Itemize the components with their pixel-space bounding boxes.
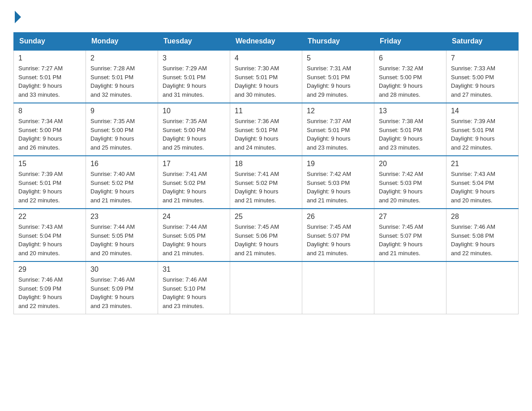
day-info: Sunrise: 7:32 AM Sunset: 5:00 PM Dayligh… — [379, 64, 442, 99]
calendar-cell — [302, 261, 374, 314]
calendar-cell: 26 Sunrise: 7:45 AM Sunset: 5:07 PM Dayl… — [302, 209, 374, 261]
calendar-cell: 29 Sunrise: 7:46 AM Sunset: 5:09 PM Dayl… — [14, 261, 86, 314]
calendar-cell: 3 Sunrise: 7:29 AM Sunset: 5:01 PM Dayli… — [158, 50, 230, 103]
logo — [13, 9, 21, 23]
day-info: Sunrise: 7:41 AM Sunset: 5:02 PM Dayligh… — [235, 170, 297, 205]
calendar-cell: 1 Sunrise: 7:27 AM Sunset: 5:01 PM Dayli… — [14, 50, 86, 103]
calendar-cell: 28 Sunrise: 7:46 AM Sunset: 5:08 PM Dayl… — [446, 209, 519, 261]
day-info: Sunrise: 7:29 AM Sunset: 5:01 PM Dayligh… — [163, 64, 225, 99]
week-row-3: 15 Sunrise: 7:39 AM Sunset: 5:01 PM Dayl… — [14, 156, 519, 209]
day-info: Sunrise: 7:46 AM Sunset: 5:09 PM Dayligh… — [90, 275, 153, 310]
day-number: 30 — [90, 265, 153, 274]
day-info: Sunrise: 7:37 AM Sunset: 5:01 PM Dayligh… — [307, 117, 369, 152]
calendar-cell: 27 Sunrise: 7:45 AM Sunset: 5:07 PM Dayl… — [374, 209, 446, 261]
day-number: 10 — [163, 107, 225, 115]
day-info: Sunrise: 7:46 AM Sunset: 5:10 PM Dayligh… — [163, 275, 225, 310]
day-number: 21 — [451, 160, 514, 168]
day-info: Sunrise: 7:42 AM Sunset: 5:03 PM Dayligh… — [379, 170, 442, 205]
header-day-saturday: Saturday — [446, 33, 519, 51]
calendar-cell: 20 Sunrise: 7:42 AM Sunset: 5:03 PM Dayl… — [374, 156, 446, 209]
day-number: 27 — [379, 213, 442, 221]
day-info: Sunrise: 7:30 AM Sunset: 5:01 PM Dayligh… — [235, 64, 297, 99]
calendar-cell: 31 Sunrise: 7:46 AM Sunset: 5:10 PM Dayl… — [158, 261, 230, 314]
day-info: Sunrise: 7:45 AM Sunset: 5:07 PM Dayligh… — [307, 223, 369, 257]
day-number: 28 — [451, 213, 514, 221]
day-info: Sunrise: 7:38 AM Sunset: 5:01 PM Dayligh… — [379, 117, 442, 152]
day-number: 25 — [235, 213, 297, 221]
week-row-1: 1 Sunrise: 7:27 AM Sunset: 5:01 PM Dayli… — [14, 50, 519, 103]
day-number: 8 — [18, 107, 81, 115]
calendar-cell: 6 Sunrise: 7:32 AM Sunset: 5:00 PM Dayli… — [374, 50, 446, 103]
calendar-cell: 5 Sunrise: 7:31 AM Sunset: 5:01 PM Dayli… — [302, 50, 374, 103]
day-number: 7 — [451, 54, 514, 62]
calendar-cell — [230, 261, 302, 314]
day-info: Sunrise: 7:35 AM Sunset: 5:00 PM Dayligh… — [90, 117, 153, 152]
day-number: 9 — [90, 107, 153, 115]
day-info: Sunrise: 7:27 AM Sunset: 5:01 PM Dayligh… — [18, 64, 81, 99]
calendar-cell: 13 Sunrise: 7:38 AM Sunset: 5:01 PM Dayl… — [374, 103, 446, 156]
day-info: Sunrise: 7:39 AM Sunset: 5:01 PM Dayligh… — [18, 170, 81, 205]
day-info: Sunrise: 7:31 AM Sunset: 5:01 PM Dayligh… — [307, 64, 369, 99]
day-info: Sunrise: 7:45 AM Sunset: 5:06 PM Dayligh… — [235, 223, 297, 257]
calendar-cell: 11 Sunrise: 7:36 AM Sunset: 5:01 PM Dayl… — [230, 103, 302, 156]
day-number: 1 — [18, 54, 81, 62]
day-info: Sunrise: 7:43 AM Sunset: 5:04 PM Dayligh… — [451, 170, 514, 205]
header-day-tuesday: Tuesday — [158, 33, 230, 51]
calendar-cell: 19 Sunrise: 7:42 AM Sunset: 5:03 PM Dayl… — [302, 156, 374, 209]
day-info: Sunrise: 7:43 AM Sunset: 5:04 PM Dayligh… — [18, 223, 81, 257]
day-number: 17 — [163, 160, 225, 168]
day-info: Sunrise: 7:44 AM Sunset: 5:05 PM Dayligh… — [90, 223, 153, 257]
day-info: Sunrise: 7:28 AM Sunset: 5:01 PM Dayligh… — [90, 64, 153, 99]
day-number: 29 — [18, 265, 81, 274]
day-number: 16 — [90, 160, 153, 168]
day-number: 23 — [90, 213, 153, 221]
day-number: 20 — [379, 160, 442, 168]
header-day-friday: Friday — [374, 33, 446, 51]
day-info: Sunrise: 7:36 AM Sunset: 5:01 PM Dayligh… — [235, 117, 297, 152]
day-info: Sunrise: 7:46 AM Sunset: 5:09 PM Dayligh… — [18, 275, 81, 310]
day-info: Sunrise: 7:34 AM Sunset: 5:00 PM Dayligh… — [18, 117, 81, 152]
calendar-cell: 16 Sunrise: 7:40 AM Sunset: 5:02 PM Dayl… — [86, 156, 158, 209]
calendar-cell: 17 Sunrise: 7:41 AM Sunset: 5:02 PM Dayl… — [158, 156, 230, 209]
day-number: 14 — [451, 107, 514, 115]
calendar-cell: 22 Sunrise: 7:43 AM Sunset: 5:04 PM Dayl… — [14, 209, 86, 261]
calendar-cell: 7 Sunrise: 7:33 AM Sunset: 5:00 PM Dayli… — [446, 50, 519, 103]
calendar-cell: 23 Sunrise: 7:44 AM Sunset: 5:05 PM Dayl… — [86, 209, 158, 261]
day-info: Sunrise: 7:41 AM Sunset: 5:02 PM Dayligh… — [163, 170, 225, 205]
week-row-4: 22 Sunrise: 7:43 AM Sunset: 5:04 PM Dayl… — [14, 209, 519, 261]
day-info: Sunrise: 7:46 AM Sunset: 5:08 PM Dayligh… — [451, 223, 514, 257]
week-row-5: 29 Sunrise: 7:46 AM Sunset: 5:09 PM Dayl… — [14, 261, 519, 314]
calendar-cell — [374, 261, 446, 314]
calendar-cell — [446, 261, 519, 314]
day-info: Sunrise: 7:39 AM Sunset: 5:01 PM Dayligh… — [451, 117, 514, 152]
day-number: 5 — [307, 54, 369, 62]
calendar-cell: 18 Sunrise: 7:41 AM Sunset: 5:02 PM Dayl… — [230, 156, 302, 209]
calendar-cell: 24 Sunrise: 7:44 AM Sunset: 5:05 PM Dayl… — [158, 209, 230, 261]
week-row-2: 8 Sunrise: 7:34 AM Sunset: 5:00 PM Dayli… — [14, 103, 519, 156]
day-number: 3 — [163, 54, 225, 62]
calendar-cell: 30 Sunrise: 7:46 AM Sunset: 5:09 PM Dayl… — [86, 261, 158, 314]
day-number: 6 — [379, 54, 442, 62]
day-number: 13 — [379, 107, 442, 115]
calendar-body: 1 Sunrise: 7:27 AM Sunset: 5:01 PM Dayli… — [14, 50, 519, 314]
day-number: 19 — [307, 160, 369, 168]
day-number: 12 — [307, 107, 369, 115]
day-info: Sunrise: 7:33 AM Sunset: 5:00 PM Dayligh… — [451, 64, 514, 99]
day-number: 11 — [235, 107, 297, 115]
calendar-cell: 12 Sunrise: 7:37 AM Sunset: 5:01 PM Dayl… — [302, 103, 374, 156]
calendar-header: SundayMondayTuesdayWednesdayThursdayFrid… — [14, 33, 519, 51]
calendar-cell: 10 Sunrise: 7:35 AM Sunset: 5:00 PM Dayl… — [158, 103, 230, 156]
calendar-cell: 25 Sunrise: 7:45 AM Sunset: 5:06 PM Dayl… — [230, 209, 302, 261]
day-info: Sunrise: 7:44 AM Sunset: 5:05 PM Dayligh… — [163, 223, 225, 257]
day-number: 15 — [18, 160, 81, 168]
day-number: 18 — [235, 160, 297, 168]
calendar-cell: 15 Sunrise: 7:39 AM Sunset: 5:01 PM Dayl… — [14, 156, 86, 209]
calendar-cell: 14 Sunrise: 7:39 AM Sunset: 5:01 PM Dayl… — [446, 103, 519, 156]
day-info: Sunrise: 7:40 AM Sunset: 5:02 PM Dayligh… — [90, 170, 153, 205]
calendar-cell: 9 Sunrise: 7:35 AM Sunset: 5:00 PM Dayli… — [86, 103, 158, 156]
calendar-cell: 21 Sunrise: 7:43 AM Sunset: 5:04 PM Dayl… — [446, 156, 519, 209]
calendar-cell: 2 Sunrise: 7:28 AM Sunset: 5:01 PM Dayli… — [86, 50, 158, 103]
page-header — [13, 9, 519, 23]
header-day-monday: Monday — [86, 33, 158, 51]
header-day-thursday: Thursday — [302, 33, 374, 51]
